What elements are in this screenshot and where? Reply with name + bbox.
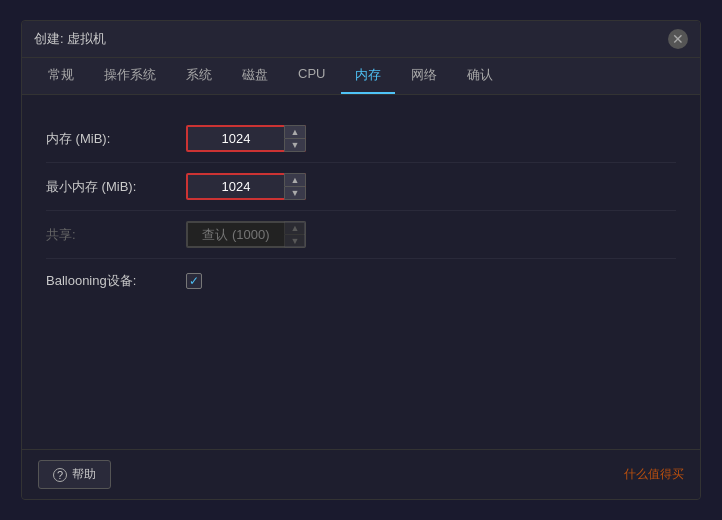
tab-disk[interactable]: 磁盘 bbox=[228, 58, 282, 94]
spin-down-icon3: ▼ bbox=[291, 237, 300, 246]
min-memory-spin-up[interactable]: ▲ bbox=[284, 173, 306, 186]
shared-label: 共享: bbox=[46, 226, 186, 244]
title-bar: 创建: 虚拟机 ✕ bbox=[22, 21, 700, 58]
spin-down-icon2: ▼ bbox=[291, 189, 300, 198]
min-memory-row: 最小内存 (MiB): ▲ ▼ bbox=[46, 163, 676, 211]
watermark-text: 什么值得买 bbox=[624, 466, 684, 483]
min-memory-label: 最小内存 (MiB): bbox=[46, 178, 186, 196]
ballooning-checkbox[interactable]: ✓ bbox=[186, 273, 202, 289]
form-content: 内存 (MiB): ▲ ▼ 最小内存 (MiB): bbox=[22, 95, 700, 449]
memory-row: 内存 (MiB): ▲ ▼ bbox=[46, 115, 676, 163]
min-memory-spinbox-wrapper: ▲ ▼ bbox=[186, 173, 306, 200]
shared-row: 共享: ▲ ▼ bbox=[46, 211, 676, 259]
memory-spin-buttons: ▲ ▼ bbox=[284, 125, 306, 152]
tab-os[interactable]: 操作系统 bbox=[90, 58, 170, 94]
tab-system[interactable]: 系统 bbox=[172, 58, 226, 94]
ballooning-row: Ballooning设备: ✓ bbox=[46, 259, 676, 303]
spin-up-icon2: ▲ bbox=[291, 176, 300, 185]
ballooning-label: Ballooning设备: bbox=[46, 272, 186, 290]
min-memory-spin-buttons: ▲ ▼ bbox=[284, 173, 306, 200]
help-button[interactable]: ? 帮助 bbox=[38, 460, 111, 489]
close-icon: ✕ bbox=[672, 32, 684, 46]
help-icon: ? bbox=[53, 468, 67, 482]
spin-up-icon: ▲ bbox=[291, 128, 300, 137]
footer: ? 帮助 什么值得买 bbox=[22, 449, 700, 499]
tab-general[interactable]: 常规 bbox=[34, 58, 88, 94]
ballooning-checkbox-wrap: ✓ bbox=[186, 273, 202, 289]
memory-spinbox-wrapper: ▲ ▼ bbox=[186, 125, 306, 152]
spin-down-icon: ▼ bbox=[291, 141, 300, 150]
shared-spinbox-wrapper: ▲ ▼ bbox=[186, 221, 306, 248]
close-button[interactable]: ✕ bbox=[668, 29, 688, 49]
shared-spin-up[interactable]: ▲ bbox=[284, 221, 306, 234]
help-label: 帮助 bbox=[72, 466, 96, 483]
min-memory-spin-down[interactable]: ▼ bbox=[284, 186, 306, 200]
memory-spin-up[interactable]: ▲ bbox=[284, 125, 306, 138]
checkmark-icon: ✓ bbox=[189, 275, 199, 287]
tab-network[interactable]: 网络 bbox=[397, 58, 451, 94]
window-title: 创建: 虚拟机 bbox=[34, 30, 106, 48]
main-window: 创建: 虚拟机 ✕ 常规 操作系统 系统 磁盘 CPU 内存 网络 确认 bbox=[21, 20, 701, 500]
memory-label: 内存 (MiB): bbox=[46, 130, 186, 148]
tab-bar: 常规 操作系统 系统 磁盘 CPU 内存 网络 确认 bbox=[22, 58, 700, 95]
shared-spin-buttons: ▲ ▼ bbox=[284, 221, 306, 248]
shared-spin-down[interactable]: ▼ bbox=[284, 234, 306, 248]
tab-confirm[interactable]: 确认 bbox=[453, 58, 507, 94]
spin-up-icon3: ▲ bbox=[291, 224, 300, 233]
tab-memory[interactable]: 内存 bbox=[341, 58, 395, 94]
memory-spin-down[interactable]: ▼ bbox=[284, 138, 306, 152]
tab-cpu[interactable]: CPU bbox=[284, 58, 339, 94]
